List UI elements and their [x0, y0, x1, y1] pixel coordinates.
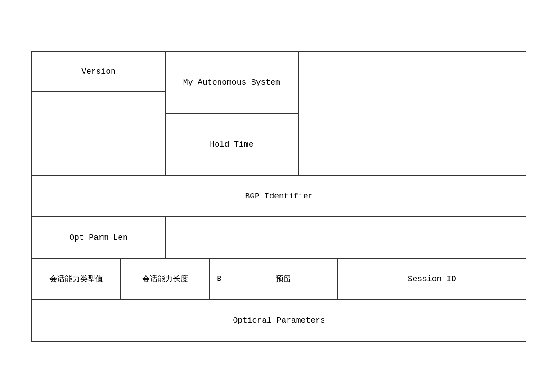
version-label: Version: [81, 67, 116, 76]
bgp-identifier-cell: BGP Identifier: [32, 176, 526, 216]
bgp-diagram: Version My Autonomous System Hold Time B…: [32, 51, 526, 342]
huihua-type-label: 会话能力类型值: [50, 274, 103, 284]
mas-holdtime-column: My Autonomous System Hold Time: [166, 52, 299, 175]
version-column: Version: [32, 52, 166, 175]
bgp-identifier-label: BGP Identifier: [245, 192, 313, 201]
mas-cell: My Autonomous System: [166, 52, 298, 114]
b-label: B: [217, 275, 221, 283]
opt-parm-cell: Opt Parm Len: [32, 217, 166, 258]
optional-parameters-cell: Optional Parameters: [32, 300, 526, 341]
yuliu-label: 预留: [276, 274, 291, 284]
session-id-cell: Session ID: [338, 259, 526, 299]
chinese-fields-row: 会话能力类型值 会话能力长度 B 预留 Session ID: [32, 259, 526, 300]
version-cell: Version: [32, 52, 166, 92]
mas-label: My Autonomous System: [183, 78, 280, 87]
huihua-type-cell: 会话能力类型值: [32, 259, 121, 299]
huihua-len-cell: 会话能力长度: [121, 259, 210, 299]
opt-parm-row: Opt Parm Len: [32, 217, 526, 259]
b-cell: B: [210, 259, 230, 299]
holdtime-label: Hold Time: [210, 140, 253, 149]
top-section: Version My Autonomous System Hold Time: [32, 52, 526, 176]
bgp-identifier-row: BGP Identifier: [32, 176, 526, 217]
diagram-container: Version My Autonomous System Hold Time B…: [32, 51, 526, 342]
session-id-label: Session ID: [408, 275, 456, 284]
top-right-spacer: [299, 52, 526, 175]
opt-parm-spacer: [166, 217, 526, 258]
optional-parameters-row: Optional Parameters: [32, 300, 526, 341]
yuliu-cell: 预留: [230, 259, 338, 299]
holdtime-cell: Hold Time: [166, 114, 298, 175]
huihua-len-label: 会话能力长度: [142, 274, 188, 284]
version-empty-space: [32, 92, 166, 175]
opt-parm-label: Opt Parm Len: [69, 233, 128, 242]
optional-parameters-label: Optional Parameters: [233, 316, 325, 325]
